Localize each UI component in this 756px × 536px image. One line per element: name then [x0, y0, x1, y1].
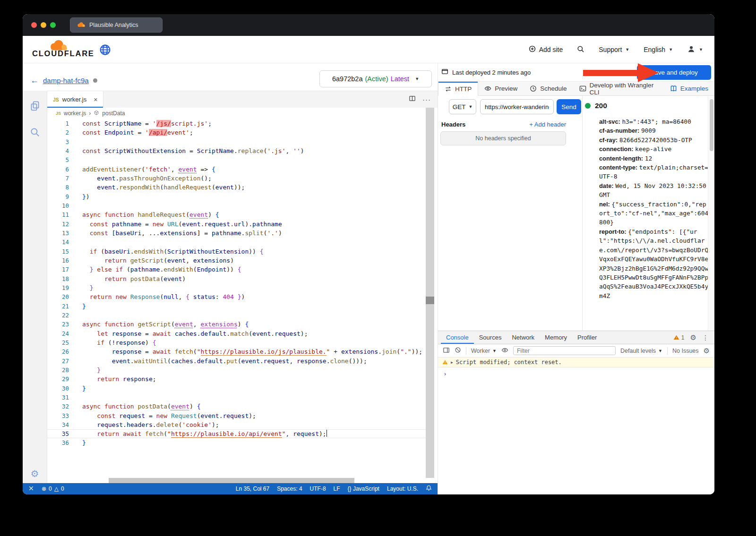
- console-filter-input[interactable]: [513, 346, 616, 355]
- code-line-6[interactable]: 6addEventListener('fetch', event => {: [47, 165, 426, 174]
- code-line-16[interactable]: 16 return getScript(event, extensions): [47, 256, 426, 265]
- breadcrumb-symbol[interactable]: postData: [102, 110, 125, 117]
- panel-tab-preview[interactable]: Preview: [478, 82, 524, 95]
- remote-indicator-icon[interactable]: [28, 485, 34, 493]
- code-line-17[interactable]: 17 } else if (pathname.endsWith(Endpoint…: [47, 265, 426, 274]
- minimize-window-button[interactable]: [41, 22, 46, 28]
- code-editor[interactable]: 1const ScriptName = '/js/script.js';2con…: [47, 119, 426, 478]
- code-line-3[interactable]: 3: [47, 137, 426, 146]
- response-scrollbar[interactable]: [708, 96, 714, 331]
- account-menu[interactable]: ▼: [687, 45, 703, 55]
- log-levels-select[interactable]: Default levels▼: [620, 348, 662, 354]
- code-line-33[interactable]: 33 const request = new Request(event.req…: [47, 411, 426, 420]
- scrollbar-thumb[interactable]: [710, 99, 713, 151]
- close-icon[interactable]: ×: [94, 96, 97, 103]
- bell-icon[interactable]: [426, 485, 432, 493]
- code-line-20[interactable]: 20 return new Response(null, { status: 4…: [47, 292, 426, 301]
- editor-horizontal-scrollbar[interactable]: [109, 478, 354, 483]
- panel-tab-develop-with-wrangler-cli[interactable]: Develop with Wrangler CLI: [573, 82, 664, 95]
- expand-arrow-icon[interactable]: ▶: [451, 360, 453, 365]
- request-url-input[interactable]: [480, 99, 554, 114]
- devtools-tab-sources[interactable]: Sources: [474, 331, 507, 344]
- code-line-18[interactable]: 18 return postData(event): [47, 274, 426, 283]
- send-button[interactable]: Send: [557, 99, 581, 114]
- code-line-15[interactable]: 15 if (baseUri.endsWith(ScriptWithoutExt…: [47, 247, 426, 256]
- settings-gear-icon[interactable]: ⚙: [23, 468, 47, 479]
- project-link[interactable]: damp-hat-fc9a: [43, 77, 89, 85]
- eye-icon[interactable]: [501, 347, 508, 355]
- back-arrow-icon[interactable]: ←: [30, 76, 39, 85]
- language-mode[interactable]: {} JavaScript: [348, 485, 379, 492]
- code-line-1[interactable]: 1const ScriptName = '/js/script.js';: [47, 119, 426, 128]
- code-line-22[interactable]: 22: [47, 311, 426, 320]
- more-actions-icon[interactable]: ···: [422, 95, 431, 103]
- warning-count-badge[interactable]: 1: [673, 334, 685, 341]
- split-editor-icon[interactable]: [409, 95, 416, 104]
- devtools-tab-network[interactable]: Network: [507, 331, 540, 344]
- browser-tab[interactable]: Plausible Analytics: [70, 17, 163, 33]
- code-line-29[interactable]: 29 return response;: [47, 374, 426, 383]
- search-icon[interactable]: [23, 122, 47, 143]
- code-line-36[interactable]: 36}: [47, 438, 426, 447]
- code-line-14[interactable]: 14: [47, 238, 426, 247]
- console-warning-row[interactable]: ▶ Script modified; context reset.: [438, 357, 714, 367]
- http-method-select[interactable]: GET ▼: [449, 99, 476, 114]
- cloudflare-logo[interactable]: CLOUDFLARE: [32, 39, 94, 58]
- globe-icon[interactable]: [99, 44, 111, 58]
- code-line-31[interactable]: 31: [47, 393, 426, 402]
- add-header-button[interactable]: + Add header: [506, 121, 566, 128]
- code-line-27[interactable]: 27 event.waitUntil(caches.default.put(ev…: [47, 357, 426, 366]
- code-line-19[interactable]: 19 }: [47, 283, 426, 292]
- code-line-24[interactable]: 24 let response = await caches.default.m…: [47, 329, 426, 338]
- editor-tab-workerjs[interactable]: JS worker.js ×: [47, 91, 103, 108]
- indentation[interactable]: Spaces: 4: [277, 485, 302, 492]
- clear-console-icon[interactable]: [455, 347, 461, 355]
- close-window-button[interactable]: [31, 22, 37, 28]
- code-line-9[interactable]: 9}): [47, 192, 426, 201]
- explorer-icon[interactable]: [23, 95, 47, 116]
- code-line-5[interactable]: 5: [47, 155, 426, 164]
- gear-icon[interactable]: ⚙: [704, 347, 710, 355]
- code-line-32[interactable]: 32async function postData(event) {: [47, 402, 426, 411]
- search-icon[interactable]: [577, 45, 584, 54]
- editor-vertical-scrollbar[interactable]: [426, 108, 434, 478]
- language-menu[interactable]: English▼: [644, 46, 673, 53]
- code-line-12[interactable]: 12 const pathname = new URL(event.reques…: [47, 220, 426, 229]
- code-line-7[interactable]: 7 event.passThroughOnException();: [47, 174, 426, 183]
- encoding[interactable]: UTF-8: [310, 485, 326, 492]
- code-line-26[interactable]: 26 response = await fetch("https://plaus…: [47, 347, 426, 356]
- code-line-4[interactable]: 4const ScriptWithoutExtension = ScriptNa…: [47, 146, 426, 155]
- add-site-button[interactable]: Add site: [529, 45, 563, 54]
- panel-tab-examples[interactable]: Examples: [664, 82, 714, 95]
- context-select[interactable]: Worker▼: [471, 348, 497, 354]
- code-line-8[interactable]: 8 event.respondWith(handleRequest(event)…: [47, 183, 426, 192]
- devtools-tab-console[interactable]: Console: [441, 331, 474, 344]
- console-prompt[interactable]: ›: [438, 367, 714, 377]
- panel-tab-schedule[interactable]: Schedule: [524, 82, 573, 95]
- code-line-10[interactable]: 10: [47, 201, 426, 210]
- problems-indicator[interactable]: ⊗ 0 △ 0: [42, 485, 64, 492]
- version-select[interactable]: 6a972b2a (Active) Latest ▼: [319, 70, 432, 87]
- code-line-30[interactable]: 30}: [47, 384, 426, 393]
- dock-side-icon[interactable]: [443, 347, 450, 355]
- devtools-tab-profiler[interactable]: Profiler: [572, 331, 602, 344]
- panel-tab-http[interactable]: HTTP: [438, 82, 478, 96]
- code-line-13[interactable]: 13 const [baseUri, ...extensions] = path…: [47, 229, 426, 238]
- code-line-28[interactable]: 28 }: [47, 366, 426, 374]
- code-line-2[interactable]: 2const Endpoint = '/api/event';: [47, 128, 426, 137]
- code-line-23[interactable]: 23async function getScript(event, extens…: [47, 320, 426, 329]
- breadcrumb-file[interactable]: worker.js: [64, 110, 86, 117]
- cursor-position[interactable]: Ln 35, Col 67: [236, 485, 269, 492]
- keyboard-layout[interactable]: Layout: U.S.: [387, 485, 418, 492]
- kebab-menu-icon[interactable]: ⋮: [702, 334, 709, 341]
- eol-setting[interactable]: LF: [334, 485, 340, 492]
- code-line-21[interactable]: 21}: [47, 302, 426, 311]
- code-line-11[interactable]: 11async function handleRequest(event) {: [47, 210, 426, 219]
- devtools-tab-memory[interactable]: Memory: [540, 331, 572, 344]
- code-line-35[interactable]: 35 return await fetch("https://plausible…: [47, 429, 426, 438]
- code-line-25[interactable]: 25 if (!response) {: [47, 338, 426, 347]
- zoom-window-button[interactable]: [50, 22, 56, 28]
- code-line-34[interactable]: 34 request.headers.delete('cookie');: [47, 420, 426, 429]
- support-menu[interactable]: Support▼: [599, 46, 629, 53]
- gear-icon[interactable]: ⚙: [690, 333, 696, 342]
